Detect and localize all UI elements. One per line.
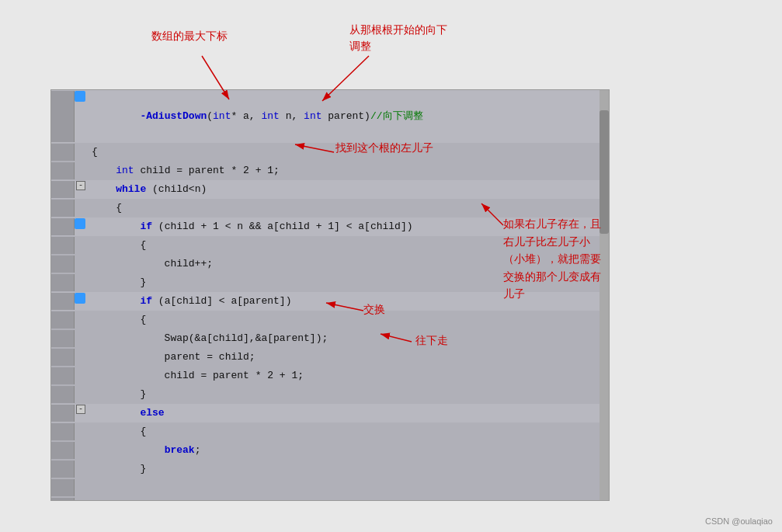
code-line-4: - while (child<n) <box>51 180 609 199</box>
gutter-12 <box>51 330 75 347</box>
annotation-adjust-from-root: 从那根根开始的向下 调整 <box>349 22 447 54</box>
line-content-15: } <box>87 386 609 403</box>
marker-1 <box>75 91 87 102</box>
line-content-14: child = parent * 2 + 1; <box>87 367 609 384</box>
collapse-while[interactable]: - <box>76 181 85 190</box>
gutter-17 <box>51 423 75 440</box>
marker-6 <box>75 218 87 229</box>
gutter-1 <box>51 91 75 142</box>
gutter-9 <box>51 274 75 291</box>
gutter-11 <box>51 311 75 329</box>
gutter-15 <box>51 386 75 403</box>
code-line-15: } <box>51 385 609 404</box>
code-line-18: break; <box>51 441 609 460</box>
line-content-11: { <box>87 311 609 329</box>
breakpoint-6[interactable] <box>75 218 85 229</box>
gutter-13 <box>51 349 75 366</box>
annotation-find-left-child: 找到这个根的左儿子 <box>335 141 433 155</box>
breakpoint-10[interactable] <box>75 293 85 304</box>
breakpoint-1[interactable] <box>75 91 85 102</box>
gutter-10 <box>51 293 75 310</box>
gutter-8 <box>51 256 75 273</box>
line-content-20 <box>87 479 609 496</box>
gutter-2 <box>51 144 75 161</box>
gutter-20 <box>51 479 75 496</box>
line-content-16: else <box>87 405 609 422</box>
collapse-else[interactable]: - <box>76 405 85 414</box>
code-line-19: } <box>51 460 609 478</box>
code-line-17: { <box>51 422 609 441</box>
gutter-21 <box>51 498 75 501</box>
marker-10 <box>75 293 87 304</box>
marker-4[interactable]: - <box>75 181 87 190</box>
code-line-3: int child = parent * 2 + 1; <box>51 162 609 180</box>
code-line-14: child = parent * 2 + 1; <box>51 367 609 385</box>
code-line-21: } <box>51 497 609 501</box>
annotation-right-child: 如果右儿子存在，且 右儿子比左儿子小 （小堆），就把需要 交换的那个儿变成有 儿… <box>503 198 601 302</box>
annotation-array-max-index: 数组的最大下标 <box>151 30 228 43</box>
gutter-3 <box>51 162 75 179</box>
line-content-3: int child = parent * 2 + 1; <box>87 162 609 179</box>
annotation-swap: 交换 <box>363 303 385 317</box>
footer-credit: CSDN @oulaqiao <box>705 516 773 526</box>
line-content-19: } <box>87 461 609 478</box>
line-content-12: Swap(&a[child],&a[parent]); <box>87 330 609 347</box>
annotation-go-down: 往下走 <box>415 334 448 348</box>
code-line-16: - else <box>51 404 609 422</box>
line-content-4: while (child<n) <box>87 181 609 198</box>
code-line-20 <box>51 478 609 497</box>
gutter-19 <box>51 461 75 478</box>
code-line-1: -AdiustDown(int* a, int n, int parent)//… <box>51 90 609 143</box>
line-content-1: -AdiustDown(int* a, int n, int parent)//… <box>87 91 609 142</box>
gutter-4 <box>51 181 75 198</box>
page-container: 数组的最大下标 从那根根开始的向下 调整 -AdiustDown(int* a,… <box>0 0 782 532</box>
gutter-14 <box>51 367 75 384</box>
marker-16[interactable]: - <box>75 405 87 414</box>
code-line-11: { <box>51 311 609 329</box>
line-content-13: parent = child; <box>87 349 609 366</box>
line-content-21: } <box>87 498 609 501</box>
gutter-7 <box>51 237 75 254</box>
gutter-18 <box>51 442 75 459</box>
code-line-12: Swap(&a[child],&a[parent]); <box>51 329 609 348</box>
gutter-16 <box>51 405 75 422</box>
line-content-17: { <box>87 423 609 440</box>
line-content-18: break; <box>87 442 609 459</box>
gutter-6 <box>51 218 75 235</box>
code-line-2: { <box>51 143 609 162</box>
gutter-5 <box>51 200 75 217</box>
code-line-13: parent = child; <box>51 348 609 367</box>
